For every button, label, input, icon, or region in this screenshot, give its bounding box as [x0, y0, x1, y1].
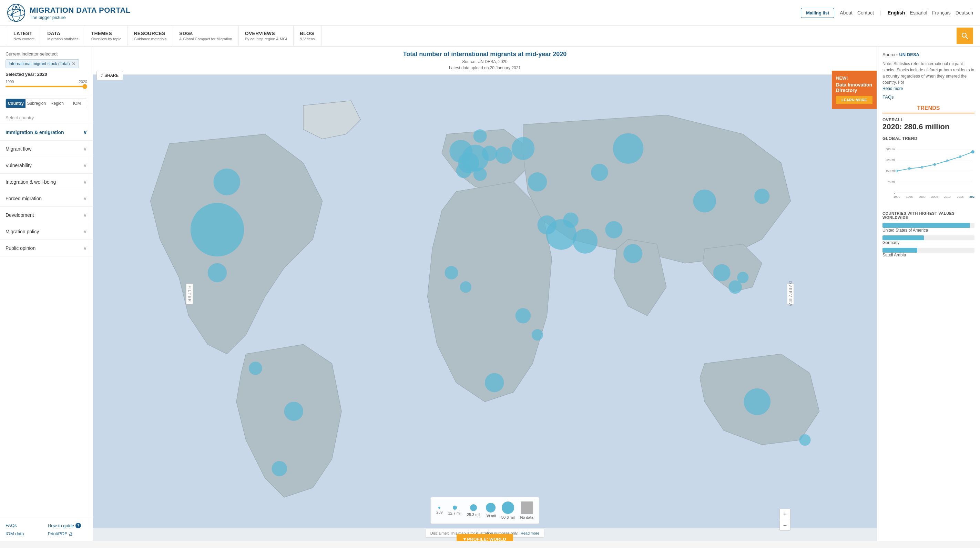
how-to-link[interactable]: How-to guide ? — [48, 523, 88, 528]
menu-migrant-flow[interactable]: Migrant flow ∨ — [0, 141, 93, 157]
nav-data-title: DATA — [47, 31, 78, 36]
map-header: Total number of international migrants a… — [93, 46, 877, 75]
menu-vulnerability[interactable]: Vulnerability ∨ — [0, 157, 93, 174]
tab-country[interactable]: Country — [6, 99, 25, 108]
svg-text:2010: 2010 — [944, 195, 951, 199]
usa-bar-track — [883, 223, 975, 228]
indicator-tag-text: International migrant stock (Total) — [9, 61, 70, 66]
tab-region[interactable]: Region — [47, 99, 67, 108]
mailing-list-button[interactable]: Mailing list — [801, 8, 834, 18]
svg-point-25 — [563, 213, 578, 228]
nav-sdgs[interactable]: SDGs & Global Compact for Migration — [173, 26, 239, 46]
nav-blog[interactable]: BLOG & Videos — [294, 26, 321, 46]
lang-divider: | — [880, 10, 881, 16]
legend-nodata-label: No data — [520, 515, 533, 519]
svg-point-24 — [538, 215, 557, 234]
search-button[interactable] — [956, 27, 973, 44]
nav-sdgs-sub: & Global Compact for Migration — [179, 37, 232, 41]
svg-point-22 — [573, 229, 598, 254]
nav-overviews-sub: By country, region & MGI — [245, 37, 287, 41]
profile-world-button[interactable]: ▾ PROFILE: WORLD — [457, 534, 513, 541]
nav-latest[interactable]: LATEST New content — [7, 26, 41, 46]
tab-subregion[interactable]: Subregion — [25, 99, 47, 108]
svg-text:75 mil: 75 mil — [887, 180, 896, 184]
share-button[interactable]: ⤴ SHARE — [97, 71, 123, 80]
view-tabs: Country Subregion Region IOM — [5, 99, 87, 108]
map-controls-top: ⤴ SHARE — [97, 71, 123, 80]
nav-themes-sub: Overview by topic — [91, 37, 121, 41]
svg-point-30 — [284, 402, 303, 421]
nav-resources-title: RESOURCES — [134, 31, 166, 36]
map-source-line: Source: UN DESA, 2020 — [100, 59, 870, 64]
about-link[interactable]: About — [840, 10, 853, 16]
menu-development[interactable]: Development ∨ — [0, 207, 93, 223]
saudi-bar-fill — [883, 248, 917, 253]
legend-circle-xlarge — [502, 502, 514, 514]
zoom-in-button[interactable]: + — [780, 509, 791, 520]
svg-text:2015: 2015 — [957, 195, 964, 199]
slider-thumb[interactable] — [82, 84, 87, 89]
chevron-down-icon: ∨ — [83, 212, 87, 218]
menu-public-opinion[interactable]: Public opinion ∨ — [0, 240, 93, 256]
nav-overviews-title: OVERVIEWS — [245, 31, 287, 36]
sidebar-footer: FAQs How-to guide ? IOM data Print/PDF 🖨 — [0, 518, 93, 541]
select-country[interactable]: Select country — [0, 112, 93, 124]
svg-point-2 — [8, 9, 25, 16]
overview-handle[interactable]: OVERVIEW — [787, 284, 794, 304]
print-icon: 🖨 — [68, 531, 73, 536]
right-panel: Source: UN DESA Note: Statistics refer t… — [877, 46, 980, 541]
lang-deutsch[interactable]: Deutsch — [956, 10, 973, 16]
menu-forced-migration-label: Forced migration — [5, 196, 42, 201]
indicator-tag: International migrant stock (Total) ✕ — [5, 59, 79, 68]
disclaimer-read-more[interactable]: Read more — [521, 531, 539, 535]
zoom-out-button[interactable]: − — [780, 520, 791, 531]
slider-fill — [5, 86, 87, 87]
svg-point-13 — [208, 263, 227, 282]
faqs-link-right[interactable]: FAQs — [883, 94, 975, 100]
menu-forced-migration[interactable]: Forced migration ∨ — [0, 190, 93, 207]
germany-bar-track — [883, 236, 975, 240]
countries-section: COUNTRIES WITH HIGHEST VALUES WORLDWIDE … — [883, 211, 975, 258]
sidebar-menu: Immigration & emigration ∨ Migrant flow … — [0, 124, 93, 518]
svg-point-33 — [445, 266, 458, 279]
iom-data-link[interactable]: IOM data — [5, 531, 45, 536]
indicator-remove-button[interactable]: ✕ — [72, 61, 76, 67]
menu-integration-wellbeing[interactable]: Integration & well-being ∨ — [0, 174, 93, 190]
svg-text:150 mil: 150 mil — [886, 169, 896, 173]
faqs-link[interactable]: FAQs — [5, 523, 45, 528]
nav-overviews[interactable]: OVERVIEWS By country, region & MGI — [239, 26, 294, 46]
contact-link[interactable]: Contact — [858, 10, 874, 16]
nav-data[interactable]: DATA Migration statistics — [41, 26, 85, 46]
lang-english[interactable]: English — [888, 10, 905, 16]
menu-development-label: Development — [5, 212, 34, 218]
source-read-more[interactable]: Read more — [883, 86, 903, 91]
menu-migration-policy[interactable]: Migration policy ∨ — [0, 223, 93, 240]
svg-text:0: 0 — [894, 191, 896, 194]
legend-item-3: 25.3 mil — [467, 504, 480, 517]
learn-more-button[interactable]: LEARN MORE — [836, 96, 872, 104]
map-upload-line: Latest data upload on 20 January 2021 — [100, 65, 870, 70]
nav-blog-title: BLOG — [300, 31, 315, 36]
lang-francais[interactable]: Français — [932, 10, 951, 16]
selected-year-value: 2020 — [37, 72, 47, 77]
svg-point-14 — [213, 169, 240, 196]
tab-iom[interactable]: IOM — [67, 99, 87, 108]
trend-chart: 300 mil 225 mil 150 mil 75 mil 0 — [883, 144, 975, 206]
svg-text:2000: 2000 — [919, 195, 926, 199]
source-link[interactable]: UN DESA — [899, 52, 920, 57]
filter-handle[interactable]: FILTER — [186, 284, 193, 304]
lang-espanol[interactable]: Español — [910, 10, 927, 16]
svg-text:1995: 1995 — [906, 195, 913, 199]
trends-section: TRENDS OVERALL 2020: 280.6 million GLOBA… — [883, 105, 975, 258]
svg-point-34 — [460, 281, 471, 293]
site-title: MIGRATION DATA PORTAL — [30, 6, 130, 15]
legend-label-3: 25.3 mil — [467, 513, 480, 517]
year-slider-track[interactable] — [5, 86, 87, 87]
menu-immigration-emigration[interactable]: Immigration & emigration ∨ — [0, 124, 93, 141]
svg-point-29 — [485, 373, 504, 392]
svg-point-20 — [482, 145, 497, 161]
nav-themes[interactable]: THEMES Overview by topic — [85, 26, 128, 46]
print-pdf-link[interactable]: Print/PDF 🖨 — [48, 531, 88, 536]
trends-title: TRENDS — [883, 105, 975, 113]
nav-resources[interactable]: RESOURCES Guidance materials — [127, 26, 173, 46]
